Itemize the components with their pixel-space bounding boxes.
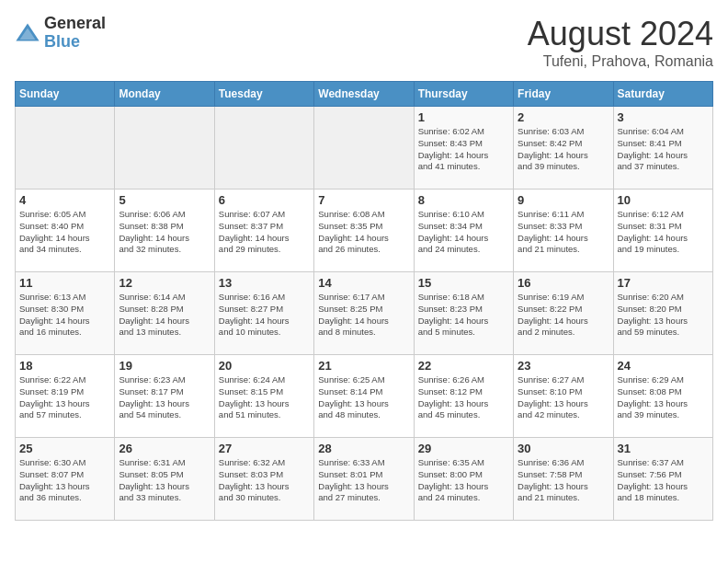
cell-info: Sunrise: 6:35 AM Sunset: 8:00 PM Dayligh… [418,457,509,504]
calendar-cell: 22Sunrise: 6:26 AM Sunset: 8:12 PM Dayli… [414,355,513,438]
cell-info: Sunrise: 6:26 AM Sunset: 8:12 PM Dayligh… [418,374,509,421]
col-header-monday: Monday [115,82,214,107]
day-number: 2 [518,110,609,124]
calendar-cell: 30Sunrise: 6:36 AM Sunset: 7:58 PM Dayli… [514,438,613,521]
day-number: 11 [19,276,110,290]
day-number: 13 [219,276,310,290]
day-number: 21 [318,359,409,373]
calendar-cell: 10Sunrise: 6:12 AM Sunset: 8:31 PM Dayli… [613,190,712,272]
day-number: 16 [518,276,609,290]
calendar-cell: 14Sunrise: 6:17 AM Sunset: 8:25 PM Dayli… [314,272,414,355]
cell-info: Sunrise: 6:32 AM Sunset: 8:03 PM Dayligh… [219,457,310,504]
day-number: 22 [418,359,509,373]
day-number: 28 [318,442,409,455]
cell-info: Sunrise: 6:31 AM Sunset: 8:05 PM Dayligh… [119,457,210,504]
calendar-cell: 11Sunrise: 6:13 AM Sunset: 8:30 PM Dayli… [16,272,115,355]
calendar-table: SundayMondayTuesdayWednesdayThursdayFrid… [15,81,713,521]
day-number: 14 [318,276,409,290]
day-number: 5 [119,193,210,207]
location-title: Tufeni, Prahova, Romania [528,53,713,70]
day-number: 24 [618,359,709,373]
calendar-cell: 27Sunrise: 6:32 AM Sunset: 8:03 PM Dayli… [214,438,313,521]
calendar-cell: 19Sunrise: 6:23 AM Sunset: 8:17 PM Dayli… [115,355,214,438]
calendar-cell: 1Sunrise: 6:02 AM Sunset: 8:43 PM Daylig… [414,107,513,190]
month-title: August 2024 [528,15,713,53]
day-number: 17 [618,276,709,290]
calendar-cell: 20Sunrise: 6:24 AM Sunset: 8:15 PM Dayli… [214,355,313,438]
day-number: 10 [618,193,709,207]
calendar-cell [16,107,115,190]
cell-info: Sunrise: 6:04 AM Sunset: 8:41 PM Dayligh… [618,126,709,173]
calendar-cell: 2Sunrise: 6:03 AM Sunset: 8:42 PM Daylig… [514,107,613,190]
cell-info: Sunrise: 6:06 AM Sunset: 8:38 PM Dayligh… [119,209,210,256]
week-row-1: 4Sunrise: 6:05 AM Sunset: 8:40 PM Daylig… [16,190,713,272]
calendar-cell: 25Sunrise: 6:30 AM Sunset: 8:07 PM Dayli… [16,438,115,521]
cell-info: Sunrise: 6:18 AM Sunset: 8:23 PM Dayligh… [418,292,509,339]
day-number: 23 [518,359,609,373]
week-row-3: 18Sunrise: 6:22 AM Sunset: 8:19 PM Dayli… [16,355,713,438]
calendar-cell: 31Sunrise: 6:37 AM Sunset: 7:56 PM Dayli… [613,438,712,521]
calendar-cell: 23Sunrise: 6:27 AM Sunset: 8:10 PM Dayli… [514,355,613,438]
cell-info: Sunrise: 6:08 AM Sunset: 8:35 PM Dayligh… [318,209,409,256]
cell-info: Sunrise: 6:22 AM Sunset: 8:19 PM Dayligh… [19,374,110,421]
cell-info: Sunrise: 6:36 AM Sunset: 7:58 PM Dayligh… [518,457,609,504]
cell-info: Sunrise: 6:10 AM Sunset: 8:34 PM Dayligh… [418,209,509,256]
calendar-cell: 12Sunrise: 6:14 AM Sunset: 8:28 PM Dayli… [115,272,214,355]
cell-info: Sunrise: 6:17 AM Sunset: 8:25 PM Dayligh… [318,292,409,339]
day-number: 15 [418,276,509,290]
cell-info: Sunrise: 6:20 AM Sunset: 8:20 PM Dayligh… [618,292,709,339]
logo: General Blue [15,15,106,52]
calendar-cell: 13Sunrise: 6:16 AM Sunset: 8:27 PM Dayli… [214,272,313,355]
day-number: 9 [518,193,609,207]
cell-info: Sunrise: 6:33 AM Sunset: 8:01 PM Dayligh… [318,457,409,504]
calendar-cell: 15Sunrise: 6:18 AM Sunset: 8:23 PM Dayli… [414,272,513,355]
calendar-cell: 6Sunrise: 6:07 AM Sunset: 8:37 PM Daylig… [214,190,313,272]
cell-info: Sunrise: 6:24 AM Sunset: 8:15 PM Dayligh… [219,374,310,421]
cell-info: Sunrise: 6:37 AM Sunset: 7:56 PM Dayligh… [618,457,709,504]
calendar-cell [214,107,313,190]
header-row: SundayMondayTuesdayWednesdayThursdayFrid… [16,82,713,107]
day-number: 25 [19,442,110,455]
calendar-cell: 21Sunrise: 6:25 AM Sunset: 8:14 PM Dayli… [314,355,414,438]
logo-blue-text: Blue [44,33,106,52]
header: General Blue August 2024 Tufeni, Prahova… [15,15,713,70]
calendar-cell: 7Sunrise: 6:08 AM Sunset: 8:35 PM Daylig… [314,190,414,272]
calendar-cell: 26Sunrise: 6:31 AM Sunset: 8:05 PM Dayli… [115,438,214,521]
cell-info: Sunrise: 6:12 AM Sunset: 8:31 PM Dayligh… [618,209,709,256]
cell-info: Sunrise: 6:14 AM Sunset: 8:28 PM Dayligh… [119,292,210,339]
cell-info: Sunrise: 6:27 AM Sunset: 8:10 PM Dayligh… [518,374,609,421]
cell-info: Sunrise: 6:29 AM Sunset: 8:08 PM Dayligh… [618,374,709,421]
cell-info: Sunrise: 6:30 AM Sunset: 8:07 PM Dayligh… [19,457,110,504]
title-area: August 2024 Tufeni, Prahova, Romania [528,15,713,70]
day-number: 26 [119,442,210,455]
cell-info: Sunrise: 6:25 AM Sunset: 8:14 PM Dayligh… [318,374,409,421]
calendar-cell: 5Sunrise: 6:06 AM Sunset: 8:38 PM Daylig… [115,190,214,272]
col-header-tuesday: Tuesday [214,82,313,107]
day-number: 7 [318,193,409,207]
week-row-2: 11Sunrise: 6:13 AM Sunset: 8:30 PM Dayli… [16,272,713,355]
cell-info: Sunrise: 6:05 AM Sunset: 8:40 PM Dayligh… [19,209,110,256]
calendar-cell: 24Sunrise: 6:29 AM Sunset: 8:08 PM Dayli… [613,355,712,438]
day-number: 8 [418,193,509,207]
day-number: 4 [19,193,110,207]
calendar-cell [115,107,214,190]
day-number: 6 [219,193,310,207]
day-number: 1 [418,110,509,124]
calendar-cell: 9Sunrise: 6:11 AM Sunset: 8:33 PM Daylig… [514,190,613,272]
week-row-4: 25Sunrise: 6:30 AM Sunset: 8:07 PM Dayli… [16,438,713,521]
logo-text: General Blue [44,15,106,52]
calendar-cell: 28Sunrise: 6:33 AM Sunset: 8:01 PM Dayli… [314,438,414,521]
col-header-thursday: Thursday [414,82,513,107]
cell-info: Sunrise: 6:19 AM Sunset: 8:22 PM Dayligh… [518,292,609,339]
cell-info: Sunrise: 6:16 AM Sunset: 8:27 PM Dayligh… [219,292,310,339]
col-header-saturday: Saturday [613,82,712,107]
col-header-sunday: Sunday [16,82,115,107]
calendar-cell: 8Sunrise: 6:10 AM Sunset: 8:34 PM Daylig… [414,190,513,272]
calendar-cell: 3Sunrise: 6:04 AM Sunset: 8:41 PM Daylig… [613,107,712,190]
day-number: 12 [119,276,210,290]
col-header-friday: Friday [514,82,613,107]
col-header-wednesday: Wednesday [314,82,414,107]
cell-info: Sunrise: 6:02 AM Sunset: 8:43 PM Dayligh… [418,126,509,173]
day-number: 20 [219,359,310,373]
logo-general-text: General [44,15,106,33]
